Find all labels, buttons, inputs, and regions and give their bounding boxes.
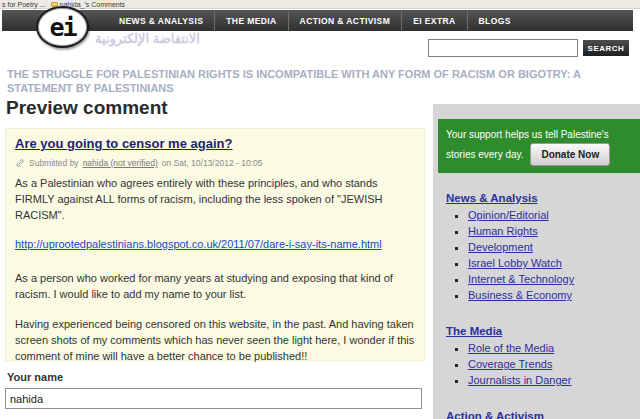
sidebar-item-human-rights[interactable]: Human Rights — [468, 226, 640, 237]
sidebar-item-development[interactable]: Development — [468, 242, 640, 253]
sidebar: Your support helps us tell Palestine's s… — [433, 104, 640, 419]
sidebar-section-news-analysis: News & Analysis Opinion/Editorial Human … — [433, 173, 640, 301]
comment-paragraph: Having experienced being censored on thi… — [15, 316, 415, 364]
bookmark-label: s for Poetry ... — [2, 1, 46, 8]
comment-meta: Submitted by nahida (not verified) on Sa… — [15, 158, 415, 168]
donate-banner: Your support helps us tell Palestine's s… — [438, 119, 640, 173]
comment-author-link[interactable]: nahida (not verified) — [83, 158, 158, 168]
search-input[interactable] — [428, 39, 578, 57]
sidebar-item-journalists-in-danger[interactable]: Journalists in Danger — [468, 375, 640, 386]
sidebar-item-opinion-editorial[interactable]: Opinion/Editorial — [468, 210, 640, 221]
comment-paragraph: As a person who worked for many years at… — [15, 270, 415, 302]
submitted-date: on Sat, 10/13/2012 - 10:05 — [162, 158, 263, 168]
sidebar-heading-the-media[interactable]: The Media — [446, 325, 502, 337]
sidebar-heading-news-analysis[interactable]: News & Analysis — [446, 192, 538, 204]
comment-preview-box: Are you going to censor me again? Submit… — [5, 128, 425, 361]
submitted-prefix: Submitted by — [29, 158, 79, 168]
comment-url-link[interactable]: http://uprootedpalestinians.blogspot.co.… — [15, 238, 382, 250]
permalink-icon — [15, 158, 25, 168]
sidebar-item-internet-technology[interactable]: Internet & Technology — [468, 274, 640, 285]
sidebar-item-israel-lobby-watch[interactable]: Israel Lobby Watch — [468, 258, 640, 269]
nav-item-the-media[interactable]: THE MEDIA — [214, 10, 287, 31]
sidebar-item-role-of-the-media[interactable]: Role of the Media — [468, 343, 640, 354]
your-name-label: Your name — [7, 371, 63, 383]
sidebar-section-the-media: The Media Role of the Media Coverage Tre… — [433, 306, 640, 386]
ei-logo-text: ei — [49, 13, 75, 42]
sidebar-item-business-economy[interactable]: Business & Economy — [468, 290, 640, 301]
nav-item-blogs[interactable]: BLOGS — [467, 10, 522, 31]
comment-title-link[interactable]: Are you going to censor me again? — [15, 136, 232, 151]
arabic-tagline: الانتفاضة الإلكترونية — [95, 31, 275, 46]
nav-item-news-analysis[interactable]: NEWS & ANALYSIS — [108, 10, 214, 31]
comment-paragraph: As a Palestinian who agrees entirely wit… — [15, 175, 415, 223]
your-name-input[interactable] — [5, 388, 422, 409]
bookmark-item[interactable]: s for Poetry ... — [2, 1, 46, 8]
main-navbar: NEWS & ANALYSIS THE MEDIA ACTION & ACTIV… — [2, 10, 633, 31]
sidebar-heading-action-activism[interactable]: Action & Activism — [446, 410, 544, 419]
sidebar-section-action-activism: Action & Activism Activism News — [433, 391, 640, 419]
page-title: Preview comment — [6, 97, 168, 119]
ei-logo[interactable]: ei — [36, 6, 89, 48]
donate-now-button[interactable]: Donate Now — [530, 143, 610, 166]
nav-item-ei-extra[interactable]: EI EXTRA — [401, 10, 466, 31]
sidebar-item-coverage-trends[interactable]: Coverage Trends — [468, 359, 640, 370]
browser-bookmark-strip: s for Poetry ... nahida_'s Comments — [0, 0, 640, 9]
search-button[interactable]: SEARCH — [583, 40, 629, 56]
article-heading[interactable]: THE STRUGGLE FOR PALESTINIAN RIGHTS IS I… — [7, 67, 625, 95]
nav-item-action-activism[interactable]: ACTION & ACTIVISM — [288, 10, 402, 31]
